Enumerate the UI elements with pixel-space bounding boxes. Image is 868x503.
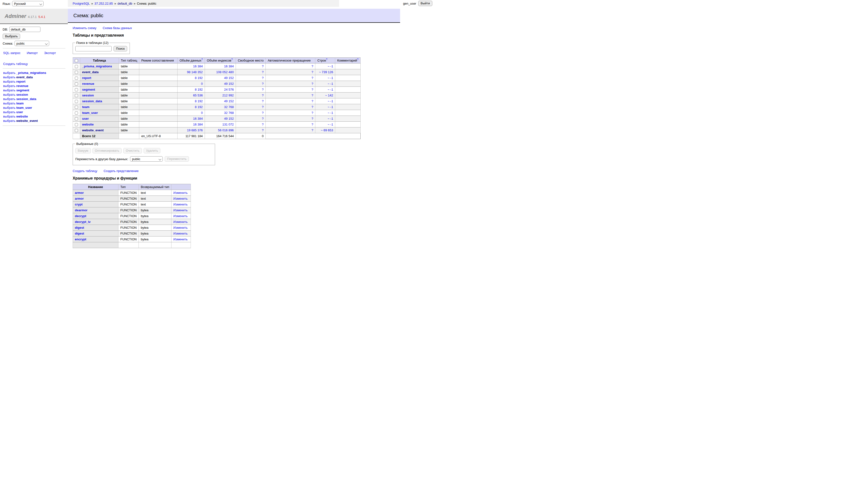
row-checkbox[interactable]: [75, 112, 78, 115]
routine-edit-link[interactable]: Изменить: [173, 214, 188, 218]
rows-count-cell-link[interactable]: ~ 739 126: [319, 70, 333, 74]
table-name-link[interactable]: team_user: [82, 111, 98, 115]
table-name-link[interactable]: report: [82, 76, 91, 80]
rows-count-cell-link[interactable]: ~ -1: [328, 76, 333, 80]
rows-count-cell-link[interactable]: ~ -1: [328, 105, 333, 109]
free-space-cell-link[interactable]: ?: [262, 88, 264, 91]
row-checkbox[interactable]: [75, 82, 78, 85]
rows-count-cell-link[interactable]: ~ -1: [328, 117, 333, 121]
data-size-cell-link[interactable]: 8 192: [195, 105, 203, 109]
schema-select[interactable]: public: [14, 41, 49, 46]
sidebar-command-link[interactable]: Экспорт: [44, 51, 56, 55]
routine-name-link[interactable]: decrypt_iv: [75, 220, 91, 224]
free-space-cell-link[interactable]: ?: [262, 105, 264, 109]
schema-action-link[interactable]: Изменить схему: [73, 26, 96, 30]
bulk-action-button[interactable]: Очистить: [123, 148, 142, 153]
rows-count-cell-link[interactable]: ~ -1: [328, 88, 333, 91]
table-name-link[interactable]: website: [82, 123, 94, 126]
rows-count-cell-link[interactable]: ~ -1: [328, 82, 333, 85]
language-select[interactable]: Русский: [12, 1, 44, 6]
breadcrumb-link[interactable]: 37.252.22.85: [94, 2, 113, 5]
help-icon[interactable]: ?: [357, 58, 359, 61]
table-name-link[interactable]: website: [16, 115, 28, 118]
db-select-button[interactable]: Выбрать: [3, 34, 20, 39]
table-name-link[interactable]: event_data: [16, 75, 33, 79]
routine-name-link[interactable]: dearmor: [75, 208, 87, 212]
routine-name-link[interactable]: encrypt: [75, 237, 86, 241]
sidebar-command-link[interactable]: Создать таблицу: [3, 62, 28, 66]
table-name-link[interactable]: segment: [82, 88, 95, 91]
select-table-link[interactable]: выбрать: [3, 119, 16, 123]
select-table-link[interactable]: выбрать: [3, 102, 16, 105]
data-size-cell-link[interactable]: 8 192: [195, 76, 203, 80]
select-table-link[interactable]: выбрать: [3, 93, 16, 96]
free-space-cell-link[interactable]: ?: [262, 64, 264, 68]
routine-edit-link[interactable]: Изменить: [173, 203, 188, 206]
auto-increment-cell-link[interactable]: ?: [311, 82, 313, 85]
index-size-cell-link[interactable]: 108 052 480: [216, 70, 234, 74]
table-name-link[interactable]: team: [82, 105, 89, 109]
routine-name-link[interactable]: digest: [75, 226, 84, 229]
free-space-cell-link[interactable]: ?: [262, 93, 264, 97]
index-size-cell-link[interactable]: 24 576: [224, 88, 234, 91]
data-size-cell-link[interactable]: 16 384: [193, 64, 203, 68]
table-name-link[interactable]: user: [82, 117, 89, 121]
auto-increment-cell-link[interactable]: ?: [311, 129, 313, 132]
help-icon[interactable]: ?: [326, 58, 328, 61]
help-link[interactable]: ?: [357, 58, 359, 61]
index-size-cell-link[interactable]: 131 072: [222, 123, 234, 126]
table-name-link[interactable]: website_event: [16, 119, 38, 123]
table-name-link[interactable]: _prisma_migrations: [16, 71, 46, 75]
row-checkbox[interactable]: [75, 76, 78, 80]
sidebar-command-link[interactable]: SQL-запрос: [3, 51, 21, 55]
row-checkbox[interactable]: [75, 106, 78, 109]
move-db-select[interactable]: public: [130, 156, 163, 162]
data-size-cell-link[interactable]: 98 148 352: [187, 70, 203, 74]
select-table-link[interactable]: выбрать: [3, 115, 16, 118]
routine-edit-link[interactable]: Изменить: [173, 226, 188, 229]
routine-edit-link[interactable]: Изменить: [173, 197, 188, 201]
routine-name-link[interactable]: digest: [75, 232, 84, 235]
table-name-link[interactable]: revenue: [16, 84, 28, 88]
index-size-cell-link[interactable]: 49 152: [224, 82, 234, 85]
new-version-link[interactable]: 5.4.1: [38, 15, 45, 19]
table-name-link[interactable]: website_event: [82, 129, 104, 132]
breadcrumb-link[interactable]: PostgreSQL: [73, 2, 90, 5]
free-space-cell-link[interactable]: ?: [262, 82, 264, 85]
db-input[interactable]: [9, 27, 40, 32]
auto-increment-cell-link[interactable]: ?: [311, 111, 313, 115]
row-checkbox[interactable]: [75, 88, 78, 91]
auto-increment-cell-link[interactable]: ?: [311, 93, 313, 97]
data-size-cell-link[interactable]: 8 192: [195, 99, 203, 103]
routine-name-link[interactable]: decrypt: [75, 214, 86, 218]
create-action-link[interactable]: Создать представление: [104, 169, 138, 173]
table-name-link[interactable]: segment: [16, 89, 29, 92]
auto-increment-cell-link[interactable]: ?: [311, 117, 313, 121]
routine-edit-link[interactable]: Изменить: [173, 232, 188, 235]
row-checkbox[interactable]: [75, 94, 78, 97]
rows-count-cell-link[interactable]: ~ -1: [328, 64, 333, 68]
table-name-link[interactable]: user: [16, 110, 23, 114]
table-name-link[interactable]: session: [82, 93, 94, 97]
routine-name-link[interactable]: armor: [75, 191, 84, 195]
select-table-link[interactable]: выбрать: [3, 89, 16, 92]
auto-increment-cell-link[interactable]: ?: [311, 105, 313, 109]
select-table-link[interactable]: выбрать: [3, 97, 16, 101]
table-name-link[interactable]: session_data: [16, 97, 36, 101]
free-space-cell-link[interactable]: ?: [262, 70, 264, 74]
routine-edit-link[interactable]: Изменить: [173, 208, 188, 212]
data-size-cell-link[interactable]: 0: [201, 82, 203, 85]
index-size-cell-link[interactable]: 49 152: [224, 76, 234, 80]
data-size-cell-link[interactable]: 0: [201, 111, 203, 115]
select-table-link[interactable]: выбрать: [3, 110, 16, 114]
table-name-link[interactable]: team_user: [16, 106, 32, 110]
auto-increment-cell-link[interactable]: ?: [311, 70, 313, 74]
free-space-cell-link[interactable]: ?: [262, 129, 264, 132]
rows-count-cell-link[interactable]: ~ -1: [328, 123, 333, 126]
bulk-action-button[interactable]: Оптимизировать: [93, 148, 122, 153]
table-name-link[interactable]: session_data: [82, 99, 102, 103]
routine-name-link[interactable]: crypt: [75, 203, 83, 206]
row-checkbox[interactable]: [75, 71, 78, 74]
index-size-cell-link[interactable]: 49 152: [224, 99, 234, 103]
search-button[interactable]: Поиск: [114, 46, 127, 51]
